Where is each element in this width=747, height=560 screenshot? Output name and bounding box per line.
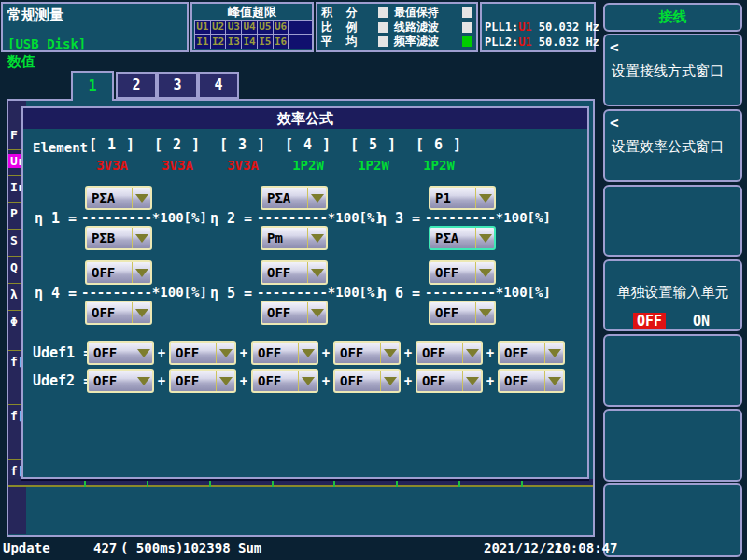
element-6: [ 6 ]1P2W	[406, 136, 472, 173]
peak-overlimit-box: 峰值超限 U1 U2 U3 U4 U5 U6 I1 I2 I3 I4 I5 I6	[190, 2, 314, 52]
softkey-wiring-settings-window[interactable]: < 设置接线方式窗口	[603, 34, 742, 106]
tab-page-1[interactable]: 1	[71, 71, 114, 101]
element-5: [ 5 ]1P2W	[341, 136, 406, 173]
column-tick	[333, 481, 335, 487]
eta1-numerator-dropdown[interactable]: PΣA	[85, 186, 152, 210]
peak-indicator-i1: I1	[194, 35, 211, 49]
peak-indicator-i4: I4	[241, 35, 258, 49]
chevron-down-icon	[132, 228, 150, 248]
usb-storage-label: [USB Disk]	[7, 36, 86, 51]
udef1-term2-dropdown[interactable]: OFF	[169, 341, 236, 365]
udef2-row: Udef2 = OFF + OFF + OFF + OFF + OFF + OF…	[33, 368, 565, 394]
header-mode-box: 常规测量 [USB Disk]	[1, 2, 189, 52]
eta5-denominator-dropdown[interactable]: OFF	[261, 301, 328, 325]
update-rate: ( 500ms)	[120, 540, 183, 555]
wiring-type-3: 3V3A	[210, 158, 275, 173]
tab-page-4[interactable]: 4	[198, 72, 239, 99]
pll1-source: U1	[518, 21, 531, 34]
peak-indicator-i3: I3	[225, 35, 242, 49]
plus-operator: +	[236, 345, 251, 360]
udef2-term2-dropdown[interactable]: OFF	[169, 369, 236, 393]
formula-eta3: η 3 = P1 ---------*100[%] PΣA	[378, 186, 579, 251]
pll2-label: PLL2:	[485, 35, 518, 49]
udef2-term5-dropdown[interactable]: OFF	[416, 369, 483, 393]
freq-filter-indicator	[462, 36, 472, 47]
column-tick	[521, 481, 523, 487]
plus-operator: +	[236, 373, 251, 388]
formula-eta1: η 1 = PΣA ---------*100[%] PΣB	[35, 186, 235, 251]
udef2-term4-dropdown[interactable]: OFF	[333, 369, 401, 393]
pll1-readout: PLL1:U1 50.032 Hz	[485, 21, 599, 34]
pll1-label: PLL1:	[485, 21, 518, 34]
chevron-down-icon	[307, 262, 326, 283]
udef1-term6-dropdown[interactable]: OFF	[498, 341, 565, 365]
sidebar-title-wiring: 接线	[603, 3, 742, 32]
eta5-numerator-dropdown[interactable]: OFF	[261, 260, 328, 285]
chevron-down-icon	[134, 371, 152, 391]
softkey-empty-4	[603, 483, 742, 557]
chevron-down-icon	[132, 302, 150, 323]
udef1-term5-dropdown[interactable]: OFF	[416, 341, 483, 365]
toggle-off-selected[interactable]: OFF	[633, 313, 666, 329]
eta6-denominator-dropdown[interactable]: OFF	[429, 301, 496, 325]
time-display: 10:08:47	[555, 540, 617, 555]
eta2-numerator-dropdown[interactable]: PΣA	[261, 186, 328, 210]
peak-indicator-i5: I5	[257, 35, 274, 49]
eta4-numerator-dropdown[interactable]: OFF	[85, 260, 152, 285]
eta2-denominator-dropdown[interactable]: Pm	[261, 226, 328, 250]
element-3: [ 3 ]3V3A	[210, 136, 275, 173]
udef1-label: Udef1 =	[33, 344, 87, 361]
dialog-title: 效率公式	[23, 108, 587, 129]
view-mode-label: 数值	[7, 53, 35, 71]
peak-overlimit-title: 峰值超限	[192, 4, 312, 20]
update-label: Update	[3, 540, 50, 555]
chevron-down-icon	[475, 188, 494, 208]
udef1-term1-dropdown[interactable]: OFF	[87, 341, 154, 365]
eta1-denominator-dropdown[interactable]: PΣB	[85, 226, 152, 250]
integration-indicator	[378, 7, 388, 18]
eta3-denominator-dropdown-focused[interactable]: PΣA	[429, 226, 496, 250]
wiring-type-5: 1P2W	[341, 158, 406, 173]
fraction-bar: ---------*100[%]	[257, 285, 383, 300]
tab-page-2[interactable]: 2	[116, 72, 157, 99]
element-label: Element	[33, 136, 79, 173]
wiring-type-2: 3V3A	[145, 158, 210, 173]
chevron-down-icon	[298, 343, 317, 363]
column-tick	[84, 481, 86, 487]
toggle-on[interactable]: ON	[693, 313, 710, 329]
formula-eta4: η 4 = OFF ---------*100[%] OFF	[35, 260, 235, 326]
softkey-efficiency-formula-window[interactable]: < 设置效率公式窗口	[603, 109, 742, 182]
udef1-term3-dropdown[interactable]: OFF	[251, 341, 318, 365]
chevron-down-icon	[380, 343, 399, 363]
pll2-frequency: 50.032 Hz	[532, 35, 599, 49]
plus-operator: +	[483, 373, 498, 388]
acquisition-status-box: 积 分 比 例 平 均 最值保持 线路滤波 频率滤波	[316, 2, 478, 52]
max-hold-indicator	[462, 7, 472, 18]
eta6-numerator-dropdown[interactable]: OFF	[429, 260, 496, 285]
chevron-down-icon	[462, 371, 481, 391]
tab-page-3[interactable]: 3	[157, 72, 198, 99]
udef2-term3-dropdown[interactable]: OFF	[251, 369, 318, 393]
chevron-down-icon	[134, 343, 152, 363]
element-2: [ 2 ]3V3A	[145, 136, 210, 173]
max-hold-label: 最值保持	[394, 5, 439, 21]
udef1-term4-dropdown[interactable]: OFF	[333, 341, 401, 365]
element-header-row: Element [ 1 ]3V3A [ 2 ]3V3A [ 3 ]3V3A [ …	[33, 136, 472, 173]
integration-label: 积 分	[321, 5, 357, 21]
udef2-term6-dropdown[interactable]: OFF	[498, 369, 565, 393]
eta4-denominator-dropdown[interactable]: OFF	[85, 301, 152, 325]
eta3-numerator-dropdown[interactable]: P1	[429, 186, 496, 210]
back-arrow-icon: <	[610, 114, 619, 132]
pll2-readout: PLL2:U1 50.032 Hz	[485, 35, 599, 49]
plus-operator: +	[318, 373, 333, 388]
udef2-label: Udef2 =	[33, 372, 87, 389]
line-filter-indicator	[462, 22, 472, 33]
formula-eta6: η 6 = OFF ---------*100[%] OFF	[378, 260, 579, 326]
chevron-down-icon	[544, 371, 563, 391]
peak-indicator-i2: I2	[210, 35, 227, 49]
averaging-label: 平 均	[321, 34, 357, 49]
scaling-indicator	[378, 22, 388, 33]
column-tick	[147, 481, 148, 487]
fraction-bar: ---------*100[%]	[425, 285, 551, 300]
udef2-term1-dropdown[interactable]: OFF	[87, 369, 154, 393]
